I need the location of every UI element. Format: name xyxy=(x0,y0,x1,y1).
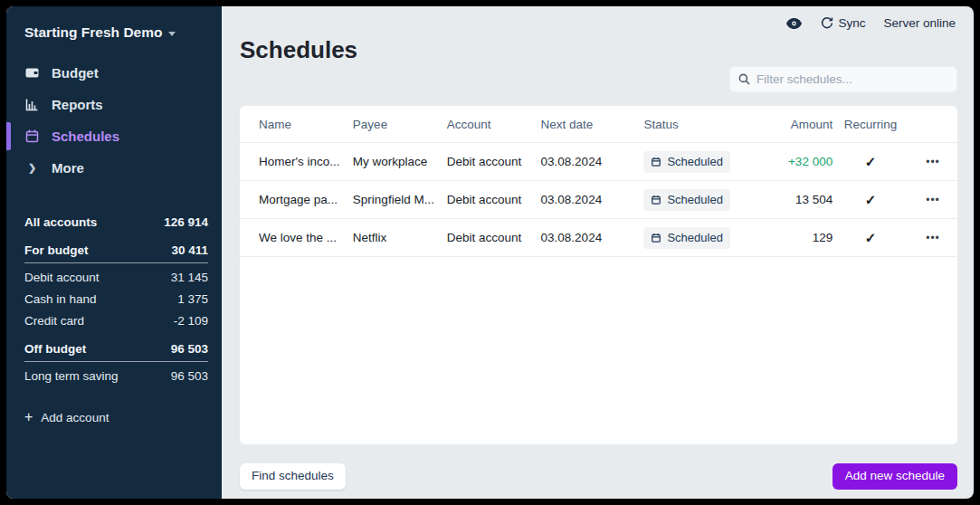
cell-next-date: 03.08.2024 xyxy=(541,193,644,206)
filter-row xyxy=(222,66,974,92)
ellipsis-icon: ••• xyxy=(926,232,940,244)
status-label: Scheduled xyxy=(667,193,722,206)
status-badge: Scheduled xyxy=(643,189,729,211)
plus-icon: + xyxy=(24,410,33,424)
cell-payee: Netflix xyxy=(353,231,447,244)
server-status-label: Server online xyxy=(883,16,956,30)
accounts-panel: All accounts 126 914 For budget 30 411 D… xyxy=(6,211,222,430)
account-row-longterm[interactable]: Long term saving 96 503 xyxy=(6,365,222,386)
column-header-name: Name xyxy=(259,118,353,131)
group-label: Off budget xyxy=(24,342,86,356)
sidebar-item-schedules[interactable]: Schedules xyxy=(6,120,222,152)
sidebar-item-more[interactable]: ❯ More xyxy=(6,152,222,184)
cell-amount: +32 000 xyxy=(746,155,833,168)
calendar-icon xyxy=(651,195,661,205)
sidebar-item-label: Reports xyxy=(52,97,103,112)
cell-next-date: 03.08.2024 xyxy=(541,231,644,244)
calendar-icon xyxy=(24,129,40,144)
filter-schedules-field[interactable] xyxy=(756,72,948,86)
sidebar-nav: Budget Reports Schedules ❯ More xyxy=(6,57,222,184)
sync-button[interactable]: Sync xyxy=(821,16,865,30)
row-menu-button[interactable]: ••• xyxy=(926,194,940,206)
sidebar-item-label: Schedules xyxy=(52,129,119,144)
calendar-icon xyxy=(651,157,661,167)
status-badge: Scheduled xyxy=(643,151,729,173)
recurring-check-icon: ✓ xyxy=(865,192,877,207)
sidebar: Starting Fresh Demo Budget Reports xyxy=(6,6,222,499)
table-header-row: Name Payee Account Next date Status Amou… xyxy=(240,106,957,143)
budget-file-switcher[interactable]: Starting Fresh Demo xyxy=(6,24,222,41)
calendar-icon xyxy=(651,233,661,243)
cell-account: Debit account xyxy=(447,231,541,244)
sidebar-item-reports[interactable]: Reports xyxy=(6,89,222,120)
app-window: Starting Fresh Demo Budget Reports xyxy=(6,6,974,499)
account-balance: -2 109 xyxy=(174,314,208,328)
top-bar: Sync Server online xyxy=(222,6,974,33)
add-new-schedule-button[interactable]: Add new schedule xyxy=(833,463,957,490)
cell-payee: My workplace xyxy=(353,155,447,168)
eye-icon xyxy=(785,17,803,30)
server-status[interactable]: Server online xyxy=(883,16,956,30)
wallet-icon xyxy=(24,65,40,81)
group-label: For budget xyxy=(24,243,89,257)
cell-amount: 13 504 xyxy=(746,193,833,206)
ellipsis-icon: ••• xyxy=(926,194,940,206)
off-budget-header[interactable]: Off budget 96 503 xyxy=(24,342,208,362)
account-balance: 31 145 xyxy=(171,271,208,284)
column-header-account: Account xyxy=(447,118,541,131)
cell-name: Homer's inco... xyxy=(259,155,353,168)
privacy-toggle-button[interactable] xyxy=(785,17,803,30)
account-row-cash[interactable]: Cash in hand 1 375 xyxy=(6,288,222,310)
row-menu-button[interactable]: ••• xyxy=(926,156,940,168)
account-row-debit[interactable]: Debit account 31 145 xyxy=(6,266,222,288)
account-label: All accounts xyxy=(24,215,97,229)
budget-file-name: Starting Fresh Demo xyxy=(24,24,162,41)
account-balance: 1 375 xyxy=(177,292,208,306)
caret-down-icon xyxy=(168,32,176,36)
page-title: Schedules xyxy=(240,36,974,63)
account-label: Credit card xyxy=(24,314,84,328)
group-balance: 96 503 xyxy=(171,342,208,356)
account-balance: 96 503 xyxy=(171,369,208,383)
column-header-status: Status xyxy=(643,118,746,131)
sidebar-item-label: Budget xyxy=(52,65,99,81)
active-indicator xyxy=(6,122,11,150)
footer-actions: Find schedules Add new schedule xyxy=(222,463,974,490)
account-label: Debit account xyxy=(24,271,100,284)
table-row[interactable]: We love the ... Netflix Debit account 03… xyxy=(240,219,957,257)
recurring-check-icon: ✓ xyxy=(865,154,877,169)
account-label: Long term saving xyxy=(24,369,119,383)
for-budget-header[interactable]: For budget 30 411 xyxy=(24,243,208,263)
account-balance: 126 914 xyxy=(164,215,208,229)
cell-amount: 129 xyxy=(746,231,833,244)
filter-schedules-input[interactable] xyxy=(729,66,957,92)
group-balance: 30 411 xyxy=(171,243,208,257)
bar-chart-icon xyxy=(24,97,40,112)
status-badge: Scheduled xyxy=(643,227,729,249)
chevron-right-icon: ❯ xyxy=(24,162,40,174)
search-icon xyxy=(738,73,750,85)
account-label: Cash in hand xyxy=(24,292,97,306)
status-label: Scheduled xyxy=(667,231,722,244)
recurring-check-icon: ✓ xyxy=(865,230,877,245)
sidebar-item-budget[interactable]: Budget xyxy=(6,57,222,89)
main-content: Sync Server online Schedules Name Payee … xyxy=(222,6,974,499)
find-schedules-button[interactable]: Find schedules xyxy=(240,463,346,490)
column-header-next-date: Next date xyxy=(541,118,644,131)
table-row[interactable]: Mortgage pa... Springfield M... Debit ac… xyxy=(240,181,957,219)
sidebar-item-label: More xyxy=(52,160,84,176)
column-header-amount: Amount xyxy=(746,118,833,131)
add-account-label: Add account xyxy=(41,411,109,424)
status-label: Scheduled xyxy=(667,155,722,168)
row-menu-button[interactable]: ••• xyxy=(926,232,940,244)
cell-name: Mortgage pa... xyxy=(259,193,353,206)
add-account-button[interactable]: + Add account xyxy=(6,405,222,430)
account-row-credit[interactable]: Credit card -2 109 xyxy=(6,310,222,331)
cell-name: We love the ... xyxy=(259,231,353,244)
ellipsis-icon: ••• xyxy=(926,156,940,168)
schedules-table: Name Payee Account Next date Status Amou… xyxy=(240,106,957,444)
all-accounts-row[interactable]: All accounts 126 914 xyxy=(6,211,222,233)
table-row[interactable]: Homer's inco... My workplace Debit accou… xyxy=(240,143,957,181)
cell-next-date: 03.08.2024 xyxy=(541,155,644,168)
column-header-recurring: Recurring xyxy=(833,118,909,131)
